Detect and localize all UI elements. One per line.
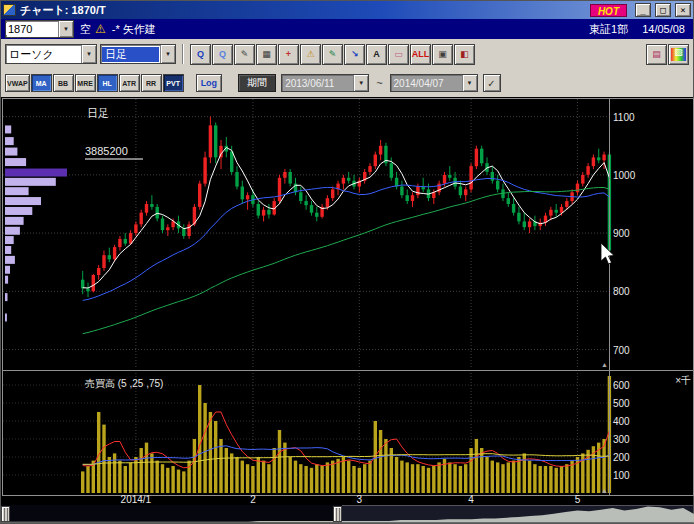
title-bar[interactable]: チャート: 1870/T HOT _ □ × bbox=[1, 1, 693, 19]
svg-text:×千: ×千 bbox=[675, 375, 691, 386]
crosshair-button[interactable]: + bbox=[278, 44, 299, 65]
svg-text:日足: 日足 bbox=[87, 107, 109, 119]
svg-text:4: 4 bbox=[468, 494, 474, 505]
svg-text:500: 500 bbox=[613, 398, 630, 409]
trend-arrow-button[interactable]: ↘ bbox=[344, 44, 365, 65]
crosshair-icon: + bbox=[286, 50, 291, 59]
minimize-button[interactable]: _ bbox=[635, 3, 651, 17]
svg-text:5: 5 bbox=[575, 494, 581, 505]
layout-button[interactable]: ◧ bbox=[454, 44, 475, 65]
date-from-value: 2013/06/11 bbox=[282, 78, 353, 89]
svg-text:300: 300 bbox=[613, 434, 630, 445]
indicator-ma-button[interactable]: MA bbox=[31, 74, 52, 92]
clear-all-button[interactable]: ALL bbox=[410, 44, 431, 65]
chart-type-select[interactable]: ローソク ▼ bbox=[5, 44, 97, 64]
navigator-range-grip[interactable] bbox=[333, 506, 342, 522]
svg-text:3885200: 3885200 bbox=[85, 145, 128, 157]
eraser-button[interactable]: ▭ bbox=[388, 44, 409, 65]
svg-text:200: 200 bbox=[613, 452, 630, 463]
svg-text:▲: ▲ bbox=[601, 487, 608, 494]
hot-badge: HOT bbox=[590, 4, 627, 17]
symbol-code-combo[interactable]: ▼ bbox=[5, 20, 74, 38]
svg-text:3: 3 bbox=[357, 494, 363, 505]
alert-icon: ⚠ bbox=[306, 50, 314, 59]
toolbar-buttons-left: QQ✎▦+⚠✎↘A▭ALL▣◧ bbox=[190, 44, 475, 65]
draw-pencil-button[interactable]: ✎ bbox=[322, 44, 343, 65]
warning-icon: ⚠ bbox=[95, 22, 106, 36]
indicator-hl-button[interactable]: HL bbox=[97, 74, 118, 92]
chevron-down-icon[interactable]: ▼ bbox=[353, 75, 368, 91]
chevron-down-icon[interactable]: ▼ bbox=[462, 75, 477, 91]
svg-text:100: 100 bbox=[613, 470, 630, 481]
settings-button[interactable]: ▣ bbox=[432, 44, 453, 65]
svg-text:2014/1: 2014/1 bbox=[121, 494, 152, 505]
trend-arrow-icon: ↘ bbox=[351, 50, 359, 59]
color-palette-icon: ▧ bbox=[671, 48, 686, 61]
stock-name: -* 矢作建 bbox=[112, 22, 156, 37]
svg-text:700: 700 bbox=[613, 345, 630, 356]
svg-text:1100: 1100 bbox=[613, 112, 635, 123]
date-from-select[interactable]: 2013/06/11 ▼ bbox=[281, 74, 369, 92]
toolbar-separator bbox=[182, 44, 184, 64]
market-label: 東証1部 bbox=[589, 22, 628, 37]
chevron-down-icon[interactable]: ▼ bbox=[81, 45, 96, 63]
date-to-value: 2014/04/07 bbox=[391, 78, 462, 89]
range-navigator[interactable] bbox=[1, 505, 693, 523]
close-button[interactable]: × bbox=[675, 3, 691, 17]
main-toolbar: ローソク ▼ 日足 ▼ QQ✎▦+⚠✎↘A▭ALL▣◧ ▤▧ bbox=[1, 39, 693, 69]
date-to-select[interactable]: 2014/04/07 ▼ bbox=[390, 74, 478, 92]
pattern-button[interactable]: ▤ bbox=[646, 44, 667, 65]
chart-type-value: ローソク bbox=[6, 47, 81, 62]
draw-pencil-icon: ✎ bbox=[329, 50, 337, 59]
grid-chart-icon: ▦ bbox=[262, 50, 271, 59]
navigator-left-grip[interactable] bbox=[1, 506, 10, 522]
current-date-label: 14/05/08 bbox=[642, 23, 685, 35]
text-tool-icon: A bbox=[373, 50, 380, 59]
chart-area: 日足3885200売買高 (5 ,25 ,75)×千11001000900800… bbox=[1, 97, 693, 505]
symbol-bar: ▼ 空 ⚠ -* 矢作建 東証1部 14/05/08 bbox=[1, 19, 693, 39]
indicator-bb-button[interactable]: BB bbox=[53, 74, 74, 92]
timeframe-select[interactable]: 日足 ▼ bbox=[100, 44, 176, 64]
log-scale-button[interactable]: Log bbox=[196, 74, 223, 92]
memo-button[interactable]: ✎ bbox=[234, 44, 255, 65]
apply-period-button[interactable]: ✓ bbox=[483, 74, 501, 92]
zoom-in-button[interactable]: Q bbox=[190, 44, 211, 65]
svg-text:▲: ▲ bbox=[601, 361, 608, 368]
pattern-icon: ▤ bbox=[652, 50, 661, 59]
svg-text:800: 800 bbox=[613, 286, 630, 297]
alert-button[interactable]: ⚠ bbox=[300, 44, 321, 65]
svg-text:400: 400 bbox=[613, 416, 630, 427]
window-title: チャート: 1870/T bbox=[19, 3, 106, 18]
indicator-vwap-button[interactable]: VWAP bbox=[5, 74, 30, 92]
app-icon bbox=[3, 4, 16, 16]
svg-text:2: 2 bbox=[250, 494, 256, 505]
svg-text:売買高 (5 ,25 ,75): 売買高 (5 ,25 ,75) bbox=[85, 378, 163, 389]
text-tool-button[interactable]: A bbox=[366, 44, 387, 65]
margin-label: 空 bbox=[80, 22, 91, 37]
indicator-pvt-button[interactable]: PVT bbox=[163, 74, 184, 92]
maximize-button[interactable]: □ bbox=[655, 3, 671, 17]
navigator-selection[interactable] bbox=[342, 505, 693, 523]
chevron-down-icon[interactable]: ▼ bbox=[58, 21, 73, 37]
symbol-code-input[interactable] bbox=[6, 23, 58, 35]
eraser-icon: ▭ bbox=[394, 50, 403, 59]
toolbar-buttons-right: ▤▧ bbox=[646, 44, 689, 65]
layout-icon: ◧ bbox=[460, 50, 469, 59]
indicator-rr-button[interactable]: RR bbox=[141, 74, 162, 92]
candlestick-chart[interactable]: 日足3885200売買高 (5 ,25 ,75)×千11001000900800… bbox=[1, 97, 694, 505]
indicator-atr-button[interactable]: ATR bbox=[119, 74, 140, 92]
indicator-buttons: VWAPMABBMREHLATRRRPVT bbox=[5, 74, 184, 92]
zoom-out-icon: Q bbox=[219, 50, 226, 59]
timeframe-value: 日足 bbox=[102, 47, 159, 62]
chart-window: チャート: 1870/T HOT _ □ × ▼ 空 ⚠ -* 矢作建 東証1部… bbox=[0, 0, 694, 524]
zoom-out-button[interactable]: Q bbox=[212, 44, 233, 65]
settings-icon: ▣ bbox=[438, 50, 447, 59]
color-palette-button[interactable]: ▧ bbox=[668, 44, 689, 65]
svg-text:1000: 1000 bbox=[613, 170, 636, 181]
tilde-label: ~ bbox=[374, 77, 384, 89]
grid-chart-button[interactable]: ▦ bbox=[256, 44, 277, 65]
indicator-mre-button[interactable]: MRE bbox=[75, 74, 96, 92]
chevron-down-icon[interactable]: ▼ bbox=[160, 45, 175, 63]
memo-icon: ✎ bbox=[241, 50, 249, 59]
svg-text:900: 900 bbox=[613, 228, 630, 239]
